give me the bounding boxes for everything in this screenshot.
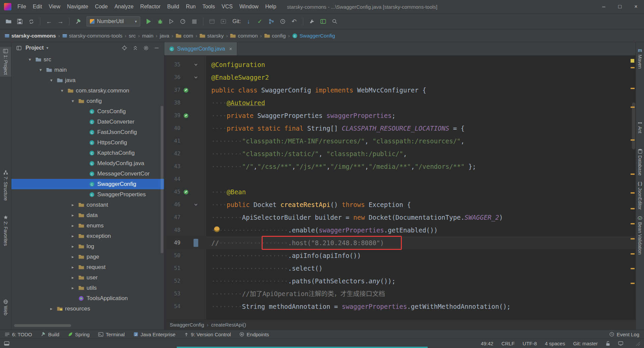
indent-indicator[interactable]: 4 spaces: [545, 341, 565, 346]
tree-vertical-scrollbar[interactable]: [161, 106, 163, 253]
breadcrumb-item-java[interactable]: java: [160, 33, 169, 39]
code-line-41[interactable]: 41········"classpath:/META-INF/resources…: [164, 135, 636, 147]
breadcrumb-item-config[interactable]: config: [264, 33, 286, 39]
caret-position[interactable]: 49:42: [481, 341, 493, 346]
gutter-line-44[interactable]: 44: [164, 173, 206, 186]
gutter-line-49[interactable]: 49: [164, 236, 206, 249]
menu-code[interactable]: Code: [92, 3, 111, 11]
run-config-select[interactable]: NumberUtil ▾: [87, 16, 140, 26]
gutter-line-42[interactable]: 42: [164, 147, 206, 160]
line-number[interactable]: 46: [164, 198, 180, 211]
code-line-46[interactable]: 46····public Docket createRestApi() thro…: [164, 198, 636, 211]
line-number[interactable]: 53: [164, 287, 180, 300]
tree-item-log[interactable]: ▸log: [11, 241, 164, 252]
menu-view[interactable]: View: [45, 3, 63, 11]
tool-window-button-6-todo[interactable]: 6: TODO: [5, 332, 32, 337]
tree-item-httpsconfig[interactable]: CHttpsConfig: [11, 137, 164, 148]
inactive-tool-icon-1[interactable]: [207, 16, 217, 26]
tree-item-exception[interactable]: ▸exception: [11, 231, 164, 241]
tool-stripe-button-1-project[interactable]: 1: Project: [0, 47, 11, 77]
gutter-line-36[interactable]: 36: [164, 71, 206, 84]
tree-item-user[interactable]: ▸user: [11, 272, 164, 283]
code-line-40[interactable]: 40····private static final String[] CLAS…: [164, 122, 636, 135]
line-number[interactable]: 39: [164, 109, 180, 122]
menu-vcs[interactable]: VCS: [218, 3, 236, 11]
code-line-37[interactable]: 37public class SwaggerConfig implements …: [164, 84, 636, 96]
breadcrumb-item-swaggerconfig[interactable]: CSwaggerConfig: [292, 33, 335, 39]
breadcrumb-item-common[interactable]: common: [230, 33, 258, 39]
gutter-line-37[interactable]: 37: [164, 84, 206, 96]
hide-panel-icon[interactable]: ─: [153, 44, 161, 52]
tool-stripe-button-maven[interactable]: mMaven: [636, 48, 644, 69]
gutter-line-54[interactable]: 54: [164, 300, 206, 313]
code-line-52[interactable]: 52····················.paths(PathSelecto…: [164, 275, 636, 287]
search-icon[interactable]: [330, 16, 340, 26]
menu-window[interactable]: Window: [236, 3, 262, 11]
code-line-45[interactable]: 45····@Bean: [164, 186, 636, 198]
tree-item-config[interactable]: ▾config: [11, 96, 164, 106]
line-ending-indicator[interactable]: CRLF: [501, 341, 515, 346]
tree-item-dateconverter[interactable]: CDateConverter: [11, 117, 164, 127]
analysis-warning-mark[interactable]: [631, 107, 635, 108]
code-editor[interactable]: 35@Configuration36@EnableSwagger237publi…: [164, 56, 636, 320]
gutter-line-52[interactable]: 52: [164, 275, 206, 287]
close-icon[interactable]: ×: [229, 46, 232, 52]
tool-window-button-endpoints[interactable]: Endpoints: [239, 332, 269, 337]
tree-item-messageconvertcor[interactable]: CMessageConvertCor: [11, 168, 164, 179]
layout-icon[interactable]: [318, 16, 328, 26]
code-line-51[interactable]: 51····················.select(): [164, 262, 636, 275]
fold-marker-icon[interactable]: [191, 203, 201, 207]
run-icon[interactable]: [144, 16, 154, 26]
tree-item-page[interactable]: ▸page: [11, 252, 164, 262]
back-icon[interactable]: ←: [44, 16, 54, 26]
line-number[interactable]: 49: [164, 236, 180, 249]
tree-chevron-icon[interactable]: ▸: [70, 213, 76, 218]
analysis-warning-mark[interactable]: [631, 192, 635, 194]
forward-icon[interactable]: →: [55, 16, 65, 26]
encoding-indicator[interactable]: UTF-8: [523, 341, 537, 346]
project-panel-title[interactable]: Project: [25, 45, 44, 51]
tree-item-data[interactable]: ▸data: [11, 210, 164, 220]
menu-refactor[interactable]: Refactor: [137, 3, 164, 11]
gutter-line-47[interactable]: 47: [164, 211, 206, 224]
menu-run[interactable]: Run: [182, 3, 199, 11]
collapse-all-icon[interactable]: [131, 44, 139, 52]
line-number[interactable]: 52: [164, 275, 180, 287]
analysis-warning-mark[interactable]: [631, 208, 635, 209]
line-number[interactable]: 50: [164, 249, 180, 262]
debug-icon[interactable]: [155, 16, 165, 26]
breadcrumb-method[interactable]: createRestApi(): [211, 322, 246, 328]
tool-window-switcher-icon[interactable]: [4, 341, 9, 346]
tree-item-resources[interactable]: ▸resources: [11, 303, 164, 314]
sync-icon[interactable]: [26, 16, 36, 26]
tree-item-constant[interactable]: ▸constant: [11, 200, 164, 210]
stop-icon[interactable]: [189, 16, 199, 26]
breadcrumb-item-starsky-commons[interactable]: starsky-commons: [5, 33, 56, 39]
code-line-53[interactable]: 53········//加了ApiOperation注解的类，才生成接口文档: [164, 287, 636, 300]
intention-bulb-icon[interactable]: [214, 226, 220, 232]
tool-window-button-terminal[interactable]: Terminal: [98, 332, 125, 337]
tree-chevron-icon[interactable]: ▸: [48, 306, 54, 311]
code-line-39[interactable]: 39····private SwaggerProperties swaggerP…: [164, 109, 636, 122]
tree-item-java[interactable]: ▾java: [11, 75, 164, 85]
tree-chevron-icon[interactable]: ▸: [70, 275, 76, 280]
tree-item-melodyconfig-java[interactable]: CMelodyConfig.java: [11, 158, 164, 168]
close-button[interactable]: ×: [628, 0, 644, 13]
tree-item-main[interactable]: ▾main: [11, 65, 164, 75]
build-hammer-icon[interactable]: [73, 16, 83, 26]
line-number[interactable]: 45: [164, 186, 180, 198]
tree-chevron-icon[interactable]: ▾: [27, 57, 33, 62]
tool-window-button-build[interactable]: Build: [41, 332, 59, 337]
breadcrumb-item-main[interactable]: main: [142, 33, 154, 39]
gutter-line-35[interactable]: 35: [164, 58, 206, 71]
menu-build[interactable]: Build: [164, 3, 183, 11]
tool-stripe-button-web[interactable]: Web: [0, 299, 11, 316]
git-update-icon[interactable]: ↓: [244, 16, 254, 26]
code-line-38[interactable]: 38····@Autowired: [164, 96, 636, 109]
tab-swaggerconfig[interactable]: C SwaggerConfig.java ×: [164, 42, 237, 55]
tool-window-button-spring[interactable]: Spring: [68, 332, 90, 337]
tool-stripe-button-7-structure[interactable]: 7: Structure: [0, 170, 11, 201]
analysis-warning-mark[interactable]: [631, 223, 635, 224]
resize-grip[interactable]: [636, 342, 640, 346]
line-number[interactable]: 41: [164, 135, 180, 147]
